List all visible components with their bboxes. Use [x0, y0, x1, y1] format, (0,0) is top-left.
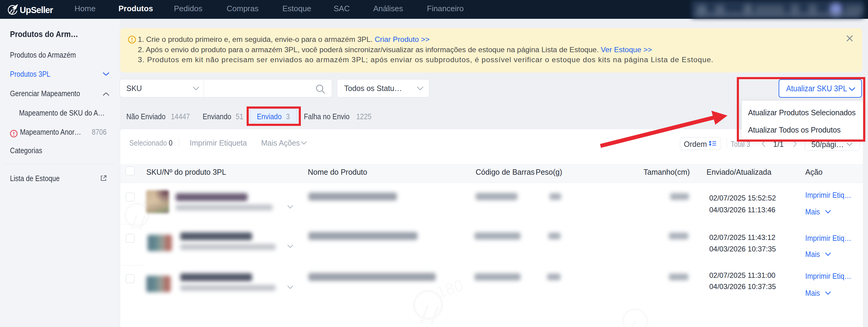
svg-text:180: 180	[434, 276, 466, 301]
